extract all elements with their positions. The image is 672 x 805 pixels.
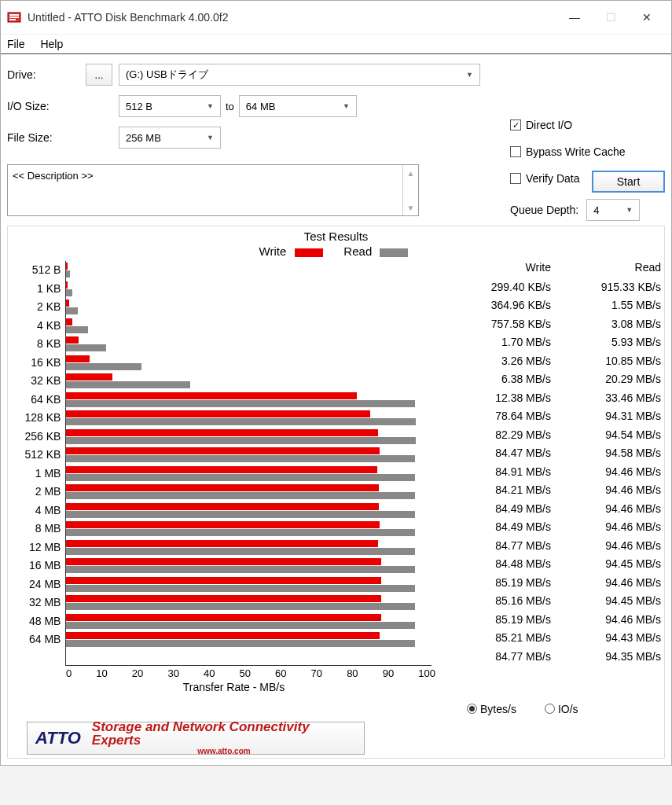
bar-write [66, 281, 68, 289]
y-tick-label: 16 MB [11, 557, 61, 575]
file-size-select[interactable]: 256 MB ▼ [119, 127, 221, 149]
y-tick-label: 16 KB [11, 354, 61, 373]
drive-label: Drive: [7, 68, 86, 81]
write-cell: 12.38 MB/s [441, 391, 551, 404]
direct-io-checkbox[interactable]: ✓ [510, 119, 521, 130]
write-cell: 84.49 MB/s [441, 502, 551, 515]
legend-write-label: Write [259, 244, 287, 258]
y-tick-label: 256 KB [11, 428, 61, 447]
x-tick-label: 50 [240, 667, 251, 679]
bar-read [66, 622, 415, 629]
table-row: 78.64 MB/s94.31 MB/s [441, 407, 661, 426]
y-tick-label: 8 KB [11, 335, 61, 354]
table-row: 82.29 MB/s94.54 MB/s [441, 425, 661, 444]
bar-read [66, 474, 415, 481]
read-cell: 94.46 MB/s [551, 520, 661, 533]
bar-write [66, 595, 380, 602]
y-tick-label: 48 MB [11, 612, 61, 631]
read-cell: 94.46 MB/s [551, 465, 661, 478]
read-cell: 10.85 MB/s [551, 355, 661, 367]
drive-select[interactable]: (G:) USBドライブ ▼ [119, 64, 480, 86]
to-label: to [226, 101, 234, 112]
y-tick-label: 1 MB [11, 465, 61, 483]
bar-write [66, 632, 379, 639]
bar-write [66, 521, 379, 528]
y-tick-label: 12 MB [11, 539, 61, 557]
write-cell: 84.21 MB/s [441, 483, 551, 496]
table-row: 85.16 MB/s94.45 MB/s [441, 592, 661, 611]
bypass-checkbox[interactable] [510, 146, 521, 157]
maximize-button[interactable]: ☐ [593, 6, 629, 29]
bar-write [66, 577, 380, 584]
x-tick-label: 60 [275, 667, 286, 679]
menu-help[interactable]: Help [40, 38, 63, 50]
write-cell: 757.58 KB/s [441, 318, 551, 330]
y-tick-label: 8 MB [11, 520, 61, 539]
verify-checkbox[interactable] [510, 173, 521, 184]
scroll-up-icon[interactable]: ▲ [403, 165, 418, 181]
svg-rect-1 [9, 14, 19, 16]
x-tick-label: 70 [311, 667, 322, 679]
table-row: 364.96 KB/s1.55 MB/s [441, 296, 661, 315]
description-textarea[interactable]: << Description >> ▲ ▼ [7, 164, 419, 216]
atto-banner[interactable]: ATTO Storage and Network Connectivity Ex… [27, 722, 365, 755]
x-tick-label: 0 [66, 667, 72, 679]
read-cell: 94.54 MB/s [551, 428, 661, 441]
y-tick-label: 512 KB [11, 446, 61, 465]
chevron-down-icon: ▼ [343, 102, 350, 110]
menu-file[interactable]: File [7, 38, 25, 50]
table-row: 84.47 MB/s94.58 MB/s [441, 444, 661, 463]
chevron-down-icon: ▼ [466, 71, 473, 79]
chart-x-ticks: 0102030405060708090100 [66, 667, 435, 679]
x-tick-label: 90 [383, 667, 394, 679]
table-row: 84.21 MB/s94.46 MB/s [441, 481, 661, 500]
legend-write-swatch [295, 248, 323, 257]
bar-read [66, 363, 141, 370]
io-per-sec-radio[interactable] [545, 704, 555, 714]
write-cell: 84.47 MB/s [441, 447, 551, 459]
table-row: 84.77 MB/s94.35 MB/s [441, 647, 661, 666]
io-per-sec-label: IO/s [558, 703, 578, 715]
queue-depth-value: 4 [593, 204, 599, 216]
x-tick-label: 40 [204, 667, 215, 679]
table-row: 299.40 KB/s915.33 KB/s [441, 278, 661, 296]
y-tick-label: 2 KB [11, 298, 61, 317]
bar-write [66, 373, 112, 380]
y-tick-label: 1 KB [11, 280, 61, 299]
y-tick-label: 128 KB [11, 409, 61, 428]
banner-slogan: Storage and Network Connectivity Experts [92, 720, 356, 747]
bar-read [66, 326, 88, 333]
write-cell: 85.16 MB/s [441, 594, 551, 607]
io-min-select[interactable]: 512 B ▼ [119, 95, 221, 117]
description-placeholder: << Description >> [8, 165, 402, 215]
bar-read [66, 640, 414, 647]
drive-browse-button[interactable]: ... [86, 64, 112, 86]
y-tick-label: 32 MB [11, 594, 61, 612]
file-size-value: 256 MB [126, 132, 161, 144]
bar-write [66, 263, 67, 270]
io-max-select[interactable]: 64 MB ▼ [239, 95, 357, 117]
queue-depth-select[interactable]: 4 ▼ [586, 199, 640, 221]
chevron-down-icon: ▼ [626, 206, 633, 214]
bar-write [66, 355, 90, 362]
bar-read [66, 585, 415, 592]
bar-read [66, 381, 189, 388]
scroll-down-icon[interactable]: ▼ [403, 200, 418, 215]
bar-write [66, 558, 380, 565]
bar-read [66, 603, 415, 610]
read-cell: 94.46 MB/s [551, 502, 661, 515]
read-cell: 94.35 MB/s [551, 650, 661, 663]
legend-read-label: Read [343, 244, 372, 258]
write-cell: 84.77 MB/s [441, 650, 551, 663]
write-cell: 84.49 MB/s [441, 520, 551, 533]
menubar: File Help [1, 35, 671, 54]
read-cell: 1.55 MB/s [551, 299, 661, 311]
close-button[interactable]: ✕ [629, 6, 665, 29]
x-tick-label: 30 [167, 667, 178, 679]
banner-url: www.atto.com [92, 747, 356, 755]
chevron-down-icon: ▼ [207, 134, 214, 142]
read-cell: 94.46 MB/s [551, 613, 661, 626]
y-tick-label: 32 KB [11, 372, 61, 391]
minimize-button[interactable]: — [556, 6, 593, 29]
bytes-per-sec-radio[interactable] [467, 704, 477, 714]
